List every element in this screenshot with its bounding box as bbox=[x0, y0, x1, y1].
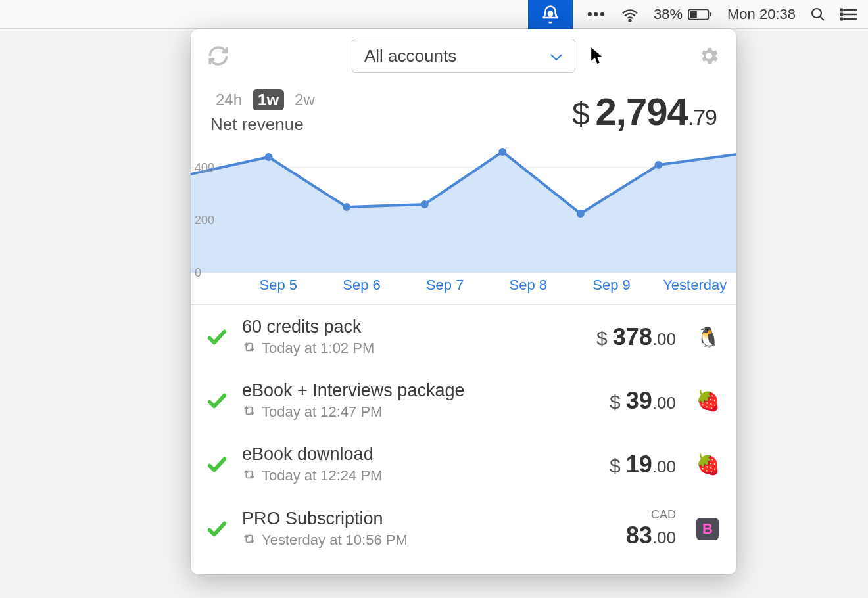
macos-menubar: $ ••• 38% Mon 20:38 bbox=[0, 0, 868, 29]
transaction-amount: $39.00 bbox=[610, 387, 683, 415]
transaction-amount: CAD83.00 bbox=[626, 508, 683, 549]
chart-x-label[interactable]: Sep 6 bbox=[320, 277, 404, 294]
currency-symbol: $ bbox=[572, 96, 589, 132]
chart-x-label[interactable]: Sep 7 bbox=[403, 277, 487, 294]
transaction-row[interactable]: eBook + Interviews packageToday at 12:47… bbox=[191, 369, 736, 432]
transaction-time: Today at 12:24 PM bbox=[262, 467, 382, 484]
chart-x-axis: Sep 5Sep 6Sep 7Sep 8Sep 9Yesterday bbox=[191, 273, 736, 294]
battery-status[interactable]: 38% bbox=[654, 6, 713, 23]
time-range-tabs: 24h1w2w bbox=[210, 89, 320, 110]
transaction-title: 60 credits pack bbox=[242, 317, 585, 337]
transactions-list: 60 credits packToday at 1:02 PM$378.00🐧e… bbox=[191, 304, 736, 561]
menu-list-icon[interactable] bbox=[840, 7, 857, 22]
retweet-icon bbox=[242, 532, 256, 549]
svg-point-12 bbox=[841, 18, 843, 20]
svg-rect-4 bbox=[710, 12, 711, 16]
transaction-time: Today at 12:47 PM bbox=[262, 403, 382, 421]
transaction-row[interactable]: eBook downloadToday at 12:24 PM$19.00🍓 bbox=[191, 432, 736, 496]
transaction-source-icon: 🍓 bbox=[694, 388, 721, 414]
chart-x-label[interactable]: Yesterday bbox=[653, 277, 736, 294]
svg-point-20 bbox=[577, 210, 585, 218]
battery-percent-label: 38% bbox=[654, 6, 683, 23]
transaction-amount: $378.00 bbox=[596, 323, 683, 351]
svg-point-8 bbox=[841, 9, 843, 11]
transaction-row[interactable]: PRO SubscriptionYesterday at 10:56 PMCAD… bbox=[191, 496, 736, 561]
svg-rect-5 bbox=[690, 11, 696, 17]
svg-point-10 bbox=[841, 13, 843, 15]
settings-button[interactable] bbox=[696, 43, 722, 69]
metric-label: Net revenue bbox=[210, 114, 320, 135]
status-check-icon bbox=[204, 518, 230, 540]
menubar-app-bell-icon[interactable]: $ bbox=[528, 0, 573, 29]
wifi-icon[interactable] bbox=[621, 7, 639, 22]
status-check-icon bbox=[204, 390, 230, 412]
status-check-icon bbox=[204, 326, 230, 348]
refresh-button[interactable] bbox=[205, 43, 231, 69]
svg-point-18 bbox=[421, 200, 429, 208]
chart-x-label[interactable]: Sep 9 bbox=[570, 277, 654, 294]
transaction-source-icon: 🍓 bbox=[694, 451, 721, 478]
spotlight-search-icon[interactable] bbox=[810, 7, 826, 22]
revenue-chart: 0200400 bbox=[191, 141, 736, 273]
transaction-time: Today at 1:02 PM bbox=[262, 340, 374, 357]
transaction-amount: $19.00 bbox=[610, 451, 683, 478]
retweet-icon bbox=[242, 467, 256, 484]
status-check-icon bbox=[204, 453, 230, 476]
svg-point-17 bbox=[343, 203, 350, 211]
transaction-source-icon: 🐧 bbox=[694, 324, 721, 350]
chart-x-label[interactable]: Sep 5 bbox=[237, 277, 320, 294]
time-range-tab-1w[interactable]: 1w bbox=[253, 89, 284, 110]
svg-point-2 bbox=[629, 19, 631, 21]
transaction-row[interactable]: 60 credits packToday at 1:02 PM$378.00🐧 bbox=[191, 305, 736, 369]
transaction-time: Yesterday at 10:56 PM bbox=[262, 532, 408, 549]
svg-point-6 bbox=[812, 9, 821, 18]
battery-icon bbox=[688, 8, 713, 21]
svg-point-21 bbox=[654, 161, 662, 169]
chart-y-tick: 200 bbox=[195, 214, 214, 227]
net-revenue-amount: $ 2,794.79 bbox=[572, 89, 717, 133]
chevron-down-icon bbox=[550, 46, 563, 66]
transaction-source-icon: B bbox=[694, 516, 721, 542]
transaction-title: eBook download bbox=[242, 444, 598, 465]
transaction-title: eBook + Interviews package bbox=[242, 380, 598, 401]
retweet-icon bbox=[242, 403, 256, 421]
time-range-tab-24h[interactable]: 24h bbox=[210, 89, 247, 110]
revenue-popover-panel: All accounts 24h1w2w Net revenue $ 2,794… bbox=[191, 29, 736, 574]
menubar-clock[interactable]: Mon 20:38 bbox=[727, 6, 796, 23]
chart-y-tick: 400 bbox=[195, 161, 214, 175]
svg-point-19 bbox=[498, 148, 506, 156]
account-selector-dropdown[interactable]: All accounts bbox=[352, 39, 575, 73]
transaction-title: PRO Subscription bbox=[242, 509, 614, 529]
chart-x-label[interactable]: Sep 8 bbox=[487, 277, 570, 294]
retweet-icon bbox=[242, 340, 256, 357]
svg-point-16 bbox=[265, 153, 273, 161]
menubar-overflow-icon[interactable]: ••• bbox=[587, 6, 606, 23]
chart-y-tick: 0 bbox=[195, 266, 201, 280]
account-selector-label: All accounts bbox=[364, 46, 456, 66]
time-range-tab-2w[interactable]: 2w bbox=[289, 89, 320, 110]
